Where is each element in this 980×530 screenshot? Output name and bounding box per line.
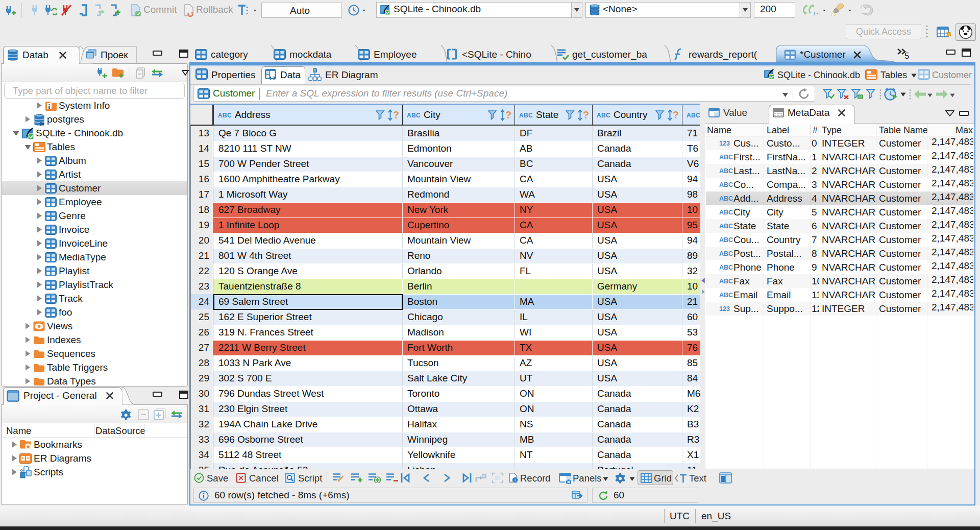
- svg-text:i: i: [514, 477, 516, 483]
